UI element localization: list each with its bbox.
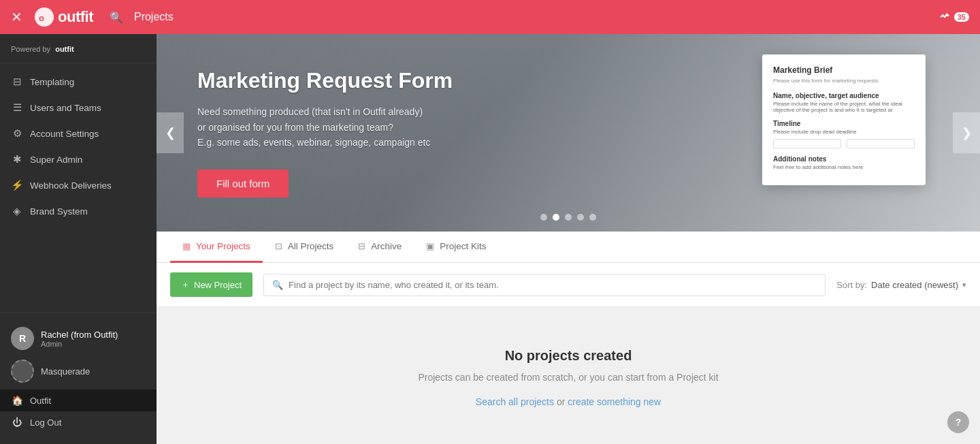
outfit-label: Outfit [30, 396, 51, 406]
sidebar-item-label: Templating [30, 77, 74, 87]
sidebar-nav: ⊟ Templating ☰ Users and Teams ⚙ Account… [0, 63, 157, 313]
masquerade-avatar [11, 360, 34, 383]
sidebar-item-super-admin[interactable]: ✱ Super Admin [0, 146, 157, 172]
topbar-right: 35 [939, 11, 969, 23]
preview-field-start [773, 139, 841, 148]
hero-dot-2[interactable] [553, 214, 559, 221]
search-all-projects-link[interactable]: Search all projects [476, 396, 554, 407]
all-projects-icon: ⊡ [275, 241, 282, 251]
projects-area: ＋ New Project 🔍 Sort by: Date created (n… [157, 263, 980, 444]
hero-preview-card: Marketing Brief Please use this form for… [762, 54, 926, 185]
sidebar-item-account-settings[interactable]: ⚙ Account Settings [0, 121, 157, 146]
sidebar-bottom: R Rachel (from Outfit) Admin Masquerade … [0, 313, 157, 444]
sidebar-item-outfit[interactable]: 🏠 Outfit [0, 390, 157, 411]
hero-dot-5[interactable] [589, 214, 596, 221]
hero-cta-button[interactable]: Fill out form [197, 170, 289, 197]
empty-state-description: Projects can be created from scratch, or… [418, 372, 718, 383]
trending-icon [939, 11, 951, 23]
sidebar-footer: 🏠 Outfit ⏻ Log Out [0, 387, 157, 436]
tab-archive[interactable]: ⊟ Archive [346, 232, 414, 263]
powered-by-label: Powered by outfit [11, 45, 146, 53]
sidebar-user[interactable]: R Rachel (from Outfit) Admin [0, 321, 157, 355]
hero-dots [540, 214, 596, 221]
plus-icon: ＋ [181, 279, 190, 291]
chevron-left-icon: ❮ [165, 125, 176, 140]
notification-badge[interactable]: 35 [939, 11, 969, 23]
app-logo: o outfit [33, 6, 93, 28]
tab-all-projects[interactable]: ⊡ All Projects [263, 232, 346, 263]
projects-toolbar: ＋ New Project 🔍 Sort by: Date created (n… [157, 263, 980, 307]
svg-text:o: o [39, 13, 44, 23]
search-input[interactable] [289, 280, 817, 290]
archive-icon: ⊟ [358, 241, 365, 251]
sidebar-item-users-teams[interactable]: ☰ Users and Teams [0, 95, 157, 121]
user-avatar: R [11, 327, 34, 350]
empty-state-title: No projects created [505, 348, 632, 364]
help-icon: ? [956, 417, 962, 428]
badge-count: 35 [954, 12, 969, 22]
svg-point-0 [35, 7, 54, 27]
preview-subtitle: Please use this form for marketing reque… [773, 78, 915, 84]
create-something-new-link[interactable]: create something new [568, 396, 661, 407]
hero-banner: ❮ Marketing Request Form Need something … [157, 34, 980, 232]
or-text: or [557, 396, 568, 407]
hero-next-button[interactable]: ❯ [953, 112, 980, 153]
new-project-label: New Project [194, 280, 242, 290]
hero-prev-button[interactable]: ❮ [157, 112, 184, 153]
powered-by: Powered by outfit [0, 34, 157, 63]
logout-icon: ⏻ [11, 417, 23, 428]
preview-section2-desc: Please include drop dead deadline [773, 129, 915, 135]
outfit-icon: 🏠 [11, 395, 23, 406]
project-kits-icon: ▣ [426, 241, 434, 251]
search-box: 🔍 [263, 274, 826, 296]
hero-dot-1[interactable] [540, 214, 547, 221]
sidebar: Powered by outfit ⊟ Templating ☰ Users a… [0, 34, 157, 444]
hero-dot-3[interactable] [565, 214, 572, 221]
search-box-icon: 🔍 [272, 280, 283, 290]
new-project-button[interactable]: ＋ New Project [170, 272, 252, 297]
preview-field-end [847, 139, 915, 148]
masquerade-item[interactable]: Masquerade [0, 355, 157, 387]
tab-project-kits[interactable]: ▣ Project Kits [414, 232, 498, 263]
preview-title: Marketing Brief [773, 65, 915, 75]
sidebar-item-label: Account Settings [30, 129, 99, 139]
empty-state: No projects created Projects can be crea… [157, 307, 980, 444]
user-info: Rachel (from Outfit) Admin [41, 330, 118, 348]
webhook-icon: ⚡ [11, 179, 23, 191]
username: Rachel (from Outfit) [41, 330, 118, 340]
content: ❮ Marketing Request Form Need something … [157, 34, 980, 444]
sidebar-item-logout[interactable]: ⏻ Log Out [0, 411, 157, 433]
brand-system-icon: ◈ [11, 205, 23, 217]
preview-section1: Name, objective, target audience [773, 92, 915, 99]
sidebar-item-webhook[interactable]: ⚡ Webhook Deliveries [0, 172, 157, 198]
main-layout: Powered by outfit ⊟ Templating ☰ Users a… [0, 34, 980, 444]
sidebar-item-label: Brand System [30, 206, 88, 217]
hero-dot-4[interactable] [577, 214, 584, 221]
search-icon[interactable]: 🔍 [110, 11, 123, 24]
users-teams-icon: ☰ [11, 101, 23, 114]
sort-label: Sort by: [836, 280, 867, 290]
sort-control[interactable]: Sort by: Date created (newest) ▾ [836, 280, 966, 290]
tab-label: All Projects [288, 241, 334, 251]
hero-content: Marketing Request Form Need something pr… [157, 41, 493, 224]
help-button[interactable]: ? [947, 411, 969, 433]
tabs-bar: ▦ Your Projects ⊡ All Projects ⊟ Archive… [157, 232, 980, 263]
tab-your-projects[interactable]: ▦ Your Projects [170, 232, 263, 263]
masquerade-label: Masquerade [41, 366, 90, 377]
close-icon[interactable]: ✕ [11, 9, 22, 25]
hero-title: Marketing Request Form [197, 68, 453, 93]
logo-icon: o [33, 6, 55, 28]
logo-text: outfit [58, 8, 93, 26]
tab-label: Project Kits [440, 241, 486, 251]
user-role: Admin [41, 340, 118, 348]
topbar: ✕ o outfit 🔍 Projects 35 [0, 0, 980, 34]
your-projects-icon: ▦ [182, 241, 191, 251]
super-admin-icon: ✱ [11, 153, 23, 165]
sidebar-item-brand-system[interactable]: ◈ Brand System [0, 198, 157, 224]
account-settings-icon: ⚙ [11, 127, 23, 140]
tab-label: Archive [371, 241, 402, 251]
chevron-right-icon: ❯ [962, 125, 972, 140]
sidebar-item-templating[interactable]: ⊟ Templating [0, 69, 157, 95]
page-title: Projects [134, 11, 174, 23]
sidebar-item-label: Users and Teams [30, 103, 101, 113]
